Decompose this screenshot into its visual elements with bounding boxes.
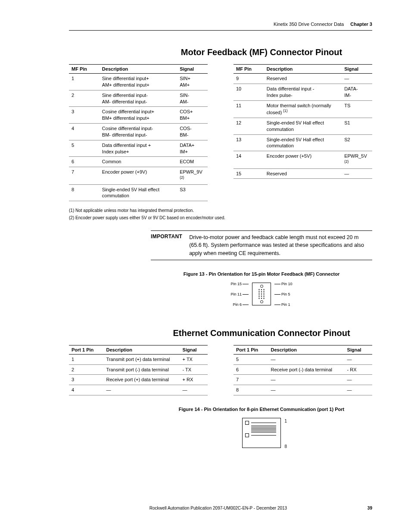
col-sig: Signal [345, 345, 372, 354]
rj45-body [242, 418, 281, 448]
col-sig: Signal [177, 65, 208, 74]
eth-pinout-tables: Port 1 Pin Description Signal 1Transmit … [69, 345, 372, 395]
table-row: 12Single-ended 5V Hall effect commutatio… [234, 118, 372, 134]
footnote-2: (2) Encoder power supply uses either 5V … [69, 215, 372, 221]
table-row: 7Encoder power (+9V)EPWR_9V (2) [69, 167, 208, 184]
mf-footnotes: (1) Not applicable unless motor has inte… [69, 207, 372, 221]
table-row: 1Transmit port (+) data terminal+ TX [69, 354, 208, 364]
section-eth-title: Ethernet Communication Connector Pinout [151, 328, 372, 338]
col-desc: Description [100, 65, 177, 74]
table-row: 4—— [69, 385, 208, 395]
pin11-label: Pin 11 [230, 292, 249, 296]
col-pin: Port 1 Pin [69, 345, 104, 354]
figure14-caption: Figure 14 - Pin Orientation for 8-pin Et… [151, 407, 372, 412]
col-pin: MF Pin [69, 65, 100, 74]
mf-table-right: MF Pin Description Signal 9Reserved—10Da… [234, 64, 372, 179]
col-desc: Description [264, 65, 342, 74]
footnote-1: (1) Not applicable unless motor has inte… [69, 207, 372, 214]
rj45-pin8: 8 [284, 444, 287, 449]
table-row: 1Sine differential input+AM+ differentia… [69, 74, 208, 90]
connector-body [252, 283, 271, 305]
section-mf-title: Motor Feedback (MF) Connector Pinout [151, 47, 372, 57]
table-row: 14Encoder power (+5V)EPWR_5V (2) [234, 151, 372, 168]
header-rule [69, 30, 372, 31]
table-row: 6CommonECOM [69, 157, 208, 167]
table-row: 9Reserved— [234, 74, 372, 84]
col-pin: MF Pin [234, 65, 264, 74]
table-row: 6Receive port (-) data terminal- RX [234, 364, 372, 375]
rj45-pin1: 1 [284, 419, 287, 423]
table-row: 7—— [234, 375, 372, 385]
table-row: 4Cosine differential input-BM- different… [69, 124, 208, 140]
eth-table-right: Port 1 Pin Description Signal 5——6Receiv… [234, 345, 372, 395]
table-row: 2Transmit port (-) data terminal- TX [69, 364, 208, 375]
eth-table-left: Port 1 Pin Description Signal 1Transmit … [69, 345, 208, 395]
publication-id: Rockwell Automation Publication 2097-UM0… [149, 506, 287, 510]
pin10-label: Pin 10 [274, 282, 293, 286]
table-row: 5—— [234, 354, 372, 364]
table-row: 3Receive port (+) data terminal+ RX [69, 375, 208, 385]
table-row: 15Reserved— [234, 168, 372, 179]
col-pin: Port 1 Pin [234, 345, 268, 354]
col-desc: Description [104, 345, 180, 354]
important-text: Drive-to-motor power and feedback cable … [189, 231, 372, 259]
pin15-label: Pin 15 [230, 282, 249, 286]
figure13-diagram: Pin 15 Pin 11 Pin 6 Pin 10 Pin 5 Pin 1 [151, 280, 372, 307]
table-row: 8—— [234, 385, 372, 395]
table-row: 13Single-ended 5V Hall effect commutatio… [234, 134, 372, 151]
table-row: 5Data differential input +Index pulse+DA… [69, 140, 208, 157]
table-row: 11Motor thermal switch (normally closed)… [234, 100, 372, 118]
table-row: 10Data differential input -Index pulse-D… [234, 84, 372, 100]
page-footer: Rockwell Automation Publication 2097-UM0… [69, 506, 372, 510]
col-sig: Signal [180, 345, 208, 354]
table-row: 2Sine differential input-AM- differentia… [69, 90, 208, 107]
mf-table-left: MF Pin Description Signal 1Sine differen… [69, 64, 208, 201]
important-label: IMPORTANT [151, 231, 189, 259]
table-row: 3Cosine differential input+BM+ different… [69, 107, 208, 124]
mf-pinout-tables: MF Pin Description Signal 1Sine differen… [69, 64, 372, 201]
header-chapter: Chapter 3 [350, 22, 372, 27]
page-number: 39 [367, 506, 372, 510]
col-desc: Description [268, 345, 345, 354]
important-callout: IMPORTANT Drive-to-motor power and feedb… [151, 230, 372, 260]
figure14-diagram: 1 8 [151, 415, 372, 448]
pin1-label: Pin 1 [274, 302, 290, 307]
header-title: Kinetix 350 Drive Connector Data [274, 22, 344, 27]
figure13-caption: Figure 13 - Pin Orientation for 15-pin M… [151, 271, 372, 277]
pin5-label: Pin 5 [274, 292, 290, 296]
running-header: Kinetix 350 Drive Connector Data Chapter… [274, 22, 372, 27]
col-sig: Signal [342, 65, 372, 74]
pin6-label: Pin 6 [233, 302, 249, 307]
table-row: 8Single-ended 5V Hall effect commutation… [69, 184, 208, 201]
